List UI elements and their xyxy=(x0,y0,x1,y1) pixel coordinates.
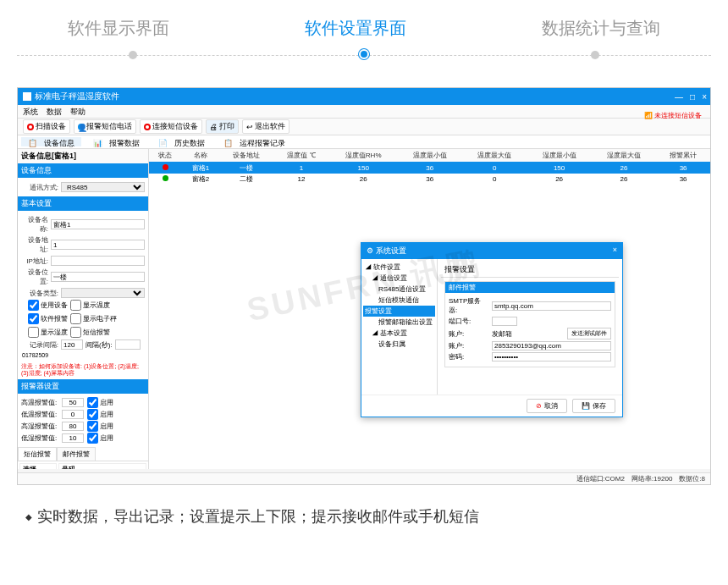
tab-display[interactable]: 软件显示界面 xyxy=(68,17,169,40)
toolbar: 扫描设备 👤报警短信电话 连接短信设备 🖨打印 ↩退出软件 xyxy=(18,119,710,135)
minimize-icon[interactable]: — xyxy=(675,92,683,102)
chk-show-scale[interactable]: 显示电子秤 xyxy=(70,313,117,324)
status-dot-red xyxy=(163,164,168,170)
status-bits: 数据位:8 xyxy=(679,474,705,483)
no-connection-label: 📶未连接短信设备 xyxy=(644,111,702,120)
subtab-remote-alarm[interactable]: 📋运程报警记录 xyxy=(217,137,292,146)
section-device-info: 设备信息 xyxy=(18,163,148,178)
device-name-input[interactable] xyxy=(51,219,145,229)
hi-temp-enable[interactable]: 启用 xyxy=(87,397,113,408)
chk-show-temp[interactable]: 显示温度 xyxy=(70,300,110,311)
chk-sw-alarm[interactable]: 软件报警 xyxy=(28,313,68,324)
exit-icon: ↩ xyxy=(246,123,253,131)
cancel-button[interactable]: ⊘取消 xyxy=(527,399,567,413)
chk-sms-alarm[interactable]: 短信报警 xyxy=(70,327,110,338)
subtab-device-info[interactable]: 📋设备信息 xyxy=(21,137,81,146)
signal-icon: 📶 xyxy=(644,112,653,119)
hi-humid-input[interactable] xyxy=(62,422,84,431)
maximize-icon[interactable]: □ xyxy=(690,92,695,102)
alarm-sms-button[interactable]: 👤报警短信电话 xyxy=(74,119,136,134)
menubar: 系统 数据 帮助 xyxy=(18,105,710,119)
cancel-icon: ⊘ xyxy=(536,402,542,410)
scan-device-button[interactable]: 扫描设备 xyxy=(23,119,70,134)
warning-text: 注意：如何添加设备请: (1)设备位置; (2)温度; (3)湿度; (4)屏幕… xyxy=(18,361,148,379)
gear-icon: ⚙ xyxy=(367,246,373,255)
dot-3 xyxy=(591,51,599,59)
record-interval-input[interactable] xyxy=(61,339,83,350)
device-type-select[interactable] xyxy=(61,288,145,298)
device-list-title: 设备信息[窗格1] xyxy=(18,149,148,163)
device-pos-input[interactable] xyxy=(51,272,145,282)
titlebar: 标准电子秤温湿度软件 — □ × xyxy=(18,88,710,105)
port-input[interactable] xyxy=(492,317,517,326)
menu-system[interactable]: 系统 xyxy=(23,107,38,116)
dialog-panel-title: 报警设置 xyxy=(441,262,619,278)
top-tabs: 软件显示界面 软件设置界面 数据统计与查询 xyxy=(0,0,728,48)
table-row[interactable]: 窗格2二楼1226360262636 xyxy=(149,174,710,185)
email-alarm-tab[interactable]: 邮件报警 xyxy=(57,447,96,461)
email-header: 邮件报警 xyxy=(445,282,615,293)
ip-addr-input[interactable] xyxy=(51,256,145,266)
subtab-history[interactable]: 📄历史数据 xyxy=(152,137,212,146)
comm-mode-label: 通讯方式: xyxy=(21,183,58,192)
tab-stats[interactable]: 数据统计与查询 xyxy=(542,17,660,40)
content-area: 📶未连接短信设备 状态名称设备地址温度值 ℃湿度值RH%温度最小值温度最大值湿度… xyxy=(149,149,710,469)
status-baud: 网络率:19200 xyxy=(631,474,672,483)
table-row[interactable]: 窗格1一楼11503601502636 xyxy=(149,163,710,174)
subtab-alarm-data[interactable]: 📊报警数据 xyxy=(86,137,146,146)
menu-data[interactable]: 数据 xyxy=(47,107,62,116)
tab-settings[interactable]: 软件设置界面 xyxy=(305,17,406,40)
lo-humid-input[interactable] xyxy=(62,433,84,443)
interval-sec-input[interactable] xyxy=(115,339,141,350)
status-port: 通信端口:COM2 xyxy=(576,474,625,483)
tree-software[interactable]: ◢ 软件设置 xyxy=(363,262,435,273)
save-icon: 💾 xyxy=(582,402,590,410)
chk-use-device[interactable]: 使用设备 xyxy=(28,300,68,311)
section-alarm: 报警器设置 xyxy=(18,379,148,394)
tree-alarm-email[interactable]: 报警邮箱输出设置 xyxy=(363,317,435,328)
settings-tree: ◢ 软件设置 ◢ 通信设置 RS485通信设置 短信模块通信 报警设置 报警邮箱… xyxy=(361,259,438,395)
status-dot-green xyxy=(163,175,168,181)
device-addr-input[interactable] xyxy=(51,240,145,250)
menu-help[interactable]: 帮助 xyxy=(70,107,85,116)
settings-dialog: ⚙ 系统设置 × ◢ 软件设置 ◢ 通信设置 RS485通信设置 短信模块通信 … xyxy=(361,242,623,417)
statusbar: 通信端口:COM2 网络率:19200 数据位:8 xyxy=(18,472,710,484)
close-icon[interactable]: × xyxy=(702,92,707,102)
comm-mode-select[interactable]: RS485 xyxy=(61,182,145,192)
tab-indicator-line xyxy=(17,55,711,72)
sidebar: 设备信息[窗格1] 设备信息 通讯方式:RS485 基本设置 设备名称: 设备地… xyxy=(18,149,149,469)
print-button[interactable]: 🖨打印 xyxy=(206,119,239,134)
hi-humid-enable[interactable]: 启用 xyxy=(87,421,113,432)
app-icon xyxy=(23,92,31,101)
lo-humid-enable[interactable]: 启用 xyxy=(87,433,113,444)
dialog-close-icon[interactable]: × xyxy=(613,246,617,257)
test-email-button[interactable]: 发送测试邮件 xyxy=(567,328,611,339)
app-window: 标准电子秤温湿度软件 — □ × 系统 数据 帮助 扫描设备 👤报警短信电话 连… xyxy=(17,87,711,485)
chk-show-humid[interactable]: 显示湿度 xyxy=(28,327,68,338)
email-settings-box: 邮件报警 SMTP服务器: 端口号: 账户:发邮箱发送测试邮件 账户: 密码: xyxy=(444,281,615,367)
dialog-titlebar: ⚙ 系统设置 × xyxy=(361,243,622,259)
hi-temp-input[interactable] xyxy=(62,398,84,407)
dot-2 xyxy=(361,51,367,58)
print-icon: 🖨 xyxy=(210,123,218,131)
section-basic: 基本设置 xyxy=(18,196,148,211)
tree-basic[interactable]: ◢ 基本设置 xyxy=(363,328,435,339)
caption-text: 实时数据，导出记录；设置提示上下限；提示接收邮件或手机短信 xyxy=(25,506,703,527)
lo-temp-input[interactable] xyxy=(62,410,84,419)
tree-alarm-settings[interactable]: 报警设置 xyxy=(363,306,435,317)
account-input[interactable] xyxy=(492,341,611,350)
tree-comm[interactable]: ◢ 通信设置 xyxy=(363,273,435,284)
exit-button[interactable]: ↩退出软件 xyxy=(242,119,290,134)
tree-sms-module[interactable]: 短信模块通信 xyxy=(363,295,435,306)
sms-alarm-tab[interactable]: 短信报警 xyxy=(18,447,57,461)
password-input[interactable] xyxy=(492,352,611,361)
dot-1 xyxy=(129,51,137,59)
smtp-input[interactable] xyxy=(492,301,611,311)
tree-rs485[interactable]: RS485通信设置 xyxy=(363,284,435,295)
device-data-table: 状态名称设备地址温度值 ℃湿度值RH%温度最小值温度最大值湿度最小值湿度最大值报… xyxy=(149,149,710,185)
connect-sms-button[interactable]: 连接短信设备 xyxy=(140,119,202,134)
save-button[interactable]: 💾保存 xyxy=(572,399,615,413)
window-title: 标准电子秤温湿度软件 xyxy=(35,91,119,102)
tree-device-map[interactable]: 设备归属 xyxy=(363,339,435,350)
lo-temp-enable[interactable]: 启用 xyxy=(87,409,113,420)
